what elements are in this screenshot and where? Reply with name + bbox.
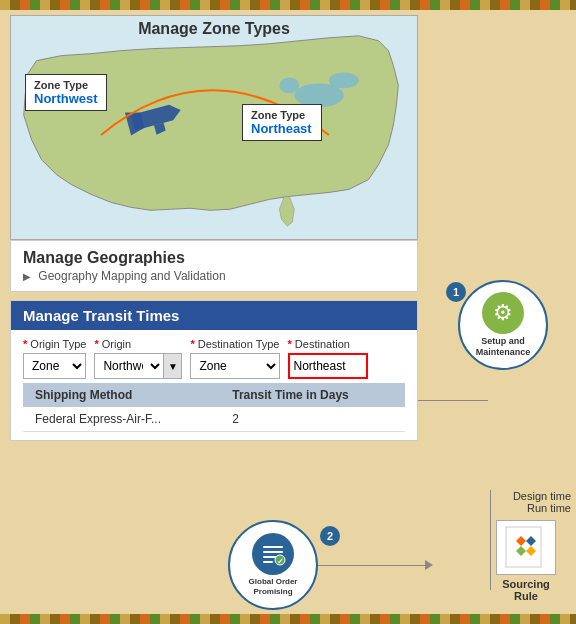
- gop-to-sourcing-line: [318, 565, 428, 566]
- origin-type-label: * Origin Type: [23, 338, 86, 350]
- zone-northwest-value: Northwest: [34, 91, 98, 106]
- dest-group: * Destination: [288, 338, 368, 379]
- run-time-label: Run time: [513, 502, 571, 514]
- required-star-2: *: [94, 338, 98, 350]
- origin-select[interactable]: Northwest: [94, 353, 164, 379]
- zone-northwest-label: Zone Type: [34, 79, 98, 91]
- arrow-head: [425, 560, 433, 570]
- strip-top: [0, 0, 576, 10]
- page-title: Manage Zone Types: [11, 16, 417, 38]
- time-labels: Design time Run time: [513, 490, 571, 514]
- transit-header: Manage Transit Times: [11, 301, 417, 330]
- strip-bottom: [0, 614, 576, 624]
- manage-geographies-section: Manage Geographies ▶ Geography Mapping a…: [10, 240, 418, 292]
- origin-select-wrapper: Northwest ▼: [94, 353, 182, 379]
- svg-rect-6: [263, 561, 273, 563]
- origin-type-label-text: Origin Type: [30, 338, 86, 350]
- dest-type-group: * Destination Type Zone: [190, 338, 279, 379]
- transit-days-cell: 2: [220, 407, 405, 432]
- zone-northwest-box[interactable]: Zone Type Northwest: [25, 74, 107, 111]
- gop-label: Global OrderPromising: [249, 577, 298, 596]
- sourcing-icon: [496, 520, 556, 575]
- svg-rect-5: [263, 556, 277, 558]
- dest-label: * Destination: [288, 338, 368, 350]
- triangle-icon: ▶: [23, 271, 31, 282]
- origin-group: * Origin Northwest ▼: [94, 338, 182, 379]
- zone-northeast-label: Zone Type: [251, 109, 313, 121]
- step-2-badge: 2: [320, 526, 340, 546]
- sourcing-label: Sourcing Rule: [491, 578, 561, 602]
- svg-text:✓: ✓: [277, 557, 284, 566]
- dest-input[interactable]: [288, 353, 368, 379]
- dest-type-select[interactable]: Zone: [190, 353, 279, 379]
- origin-label: * Origin: [94, 338, 182, 350]
- shipping-method-cell: Federal Express-Air-F...: [23, 407, 220, 432]
- design-time-label: Design time: [513, 490, 571, 502]
- transit-times-section: Manage Transit Times * Origin Type Zone: [10, 300, 418, 441]
- sourcing-rule-box[interactable]: Sourcing Rule: [491, 520, 561, 602]
- svg-rect-3: [263, 546, 283, 548]
- map-container: Manage Zone Types: [10, 15, 418, 240]
- required-star-3: *: [190, 338, 194, 350]
- required-star-1: *: [23, 338, 27, 350]
- dest-type-label: * Destination Type: [190, 338, 279, 350]
- step-1-badge: 1: [446, 282, 466, 302]
- col-transit-time: Transit Time in Days: [220, 383, 405, 407]
- dest-label-text: Destination: [295, 338, 350, 350]
- dest-type-label-text: Destination Type: [198, 338, 280, 350]
- origin-dropdown-arrow[interactable]: ▼: [164, 353, 182, 379]
- svg-rect-10: [509, 533, 538, 561]
- horizontal-connector: [418, 400, 488, 401]
- manage-geo-subtitle: ▶ Geography Mapping and Validation: [23, 269, 405, 283]
- manage-geo-subtitle-text: Geography Mapping and Validation: [38, 269, 225, 283]
- table-row[interactable]: Federal Express-Air-F... 2: [23, 407, 405, 432]
- gear-icon: ⚙: [482, 292, 524, 334]
- svg-point-2: [329, 72, 359, 88]
- origin-label-text: Origin: [102, 338, 131, 350]
- setup-label: Setup andMaintenance: [476, 336, 531, 358]
- transit-table: Shipping Method Transit Time in Days Fed…: [23, 383, 405, 432]
- zone-northeast-value: Northeast: [251, 121, 313, 136]
- table-header-row: Shipping Method Transit Time in Days: [23, 383, 405, 407]
- transit-form: * Origin Type Zone * Origin: [11, 330, 417, 440]
- setup-maintenance-circle[interactable]: ⚙ Setup andMaintenance: [458, 280, 548, 370]
- origin-type-select[interactable]: Zone: [23, 353, 86, 379]
- origin-type-group: * Origin Type Zone: [23, 338, 86, 379]
- svg-rect-4: [263, 551, 283, 553]
- svg-point-1: [279, 77, 299, 93]
- manage-geo-title: Manage Geographies: [23, 249, 405, 267]
- gop-icon: ✓: [252, 533, 294, 575]
- zone-northeast-box[interactable]: Zone Type Northeast: [242, 104, 322, 141]
- global-order-promising-circle[interactable]: ✓ Global OrderPromising: [228, 520, 318, 610]
- required-star-4: *: [288, 338, 292, 350]
- col-shipping-method: Shipping Method: [23, 383, 220, 407]
